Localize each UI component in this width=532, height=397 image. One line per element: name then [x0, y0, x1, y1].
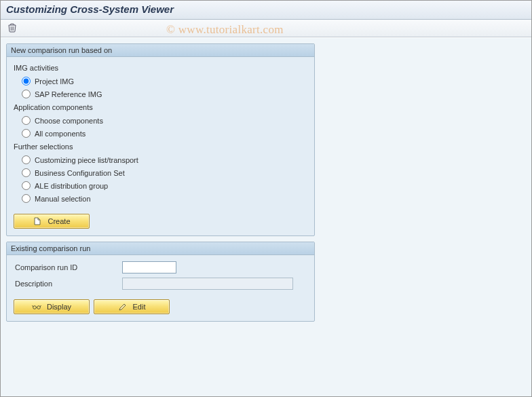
create-button-label: Create [48, 217, 70, 225]
run-id-input[interactable] [122, 261, 176, 273]
run-id-label: Comparison run ID [14, 263, 122, 271]
radio-all-components[interactable]: All components [14, 127, 307, 140]
run-id-row: Comparison run ID [14, 259, 307, 276]
description-input [122, 278, 293, 290]
pencil-icon [118, 302, 128, 311]
create-button[interactable]: Create [14, 214, 90, 229]
radio-choose-components-label: Choose components [35, 117, 103, 125]
radio-all-components-label: All components [35, 130, 86, 138]
radio-bc-set[interactable]: Business Configuration Set [14, 166, 307, 179]
radio-manual[interactable]: Manual selection [14, 192, 307, 205]
radio-manual-label: Manual selection [35, 195, 91, 203]
radio-project-img[interactable]: Project IMG [14, 75, 307, 88]
radio-project-img-label: Project IMG [35, 77, 74, 86]
group-label-further: Further selections [14, 143, 307, 151]
glasses-icon [32, 302, 41, 311]
radio-sap-ref-img-label: SAP Reference IMG [35, 90, 102, 98]
radio-piece-list[interactable]: Customizing piece list/transport [14, 153, 307, 166]
content-area: New comparison run based on IMG activiti… [1, 37, 531, 397]
display-button[interactable]: Display [14, 299, 90, 314]
radio-piece-list-input[interactable] [22, 155, 31, 164]
radio-ale-group-label: ALE distribution group [35, 182, 108, 190]
new-run-panel: New comparison run based on IMG activiti… [6, 43, 315, 236]
description-label: Description [14, 280, 122, 288]
svg-point-1 [37, 306, 41, 309]
description-row: Description [14, 276, 307, 292]
radio-bc-set-input[interactable] [22, 168, 31, 177]
radio-all-components-input[interactable] [22, 129, 31, 138]
radio-piece-list-label: Customizing piece list/transport [35, 156, 138, 164]
existing-run-panel-body: Comparison run ID Description [7, 255, 314, 296]
page-title-text: Customizing Cross-System Viewer [6, 3, 174, 15]
radio-ale-group[interactable]: ALE distribution group [14, 179, 307, 192]
radio-manual-input[interactable] [22, 194, 31, 203]
document-icon [33, 216, 42, 226]
page-title: Customizing Cross-System Viewer [1, 1, 531, 20]
new-run-panel-header: New comparison run based on [7, 44, 314, 57]
radio-bc-set-label: Business Configuration Set [35, 169, 125, 177]
display-button-label: Display [47, 303, 71, 311]
radio-project-img-input[interactable] [22, 77, 31, 86]
new-run-panel-body: IMG activities Project IMG SAP Reference… [7, 57, 314, 210]
toolbar [1, 20, 531, 37]
group-label-app-components: Application components [14, 103, 307, 111]
radio-sap-ref-img[interactable]: SAP Reference IMG [14, 88, 307, 100]
radio-ale-group-input[interactable] [22, 181, 31, 190]
existing-run-panel-header: Existing comparison run [7, 242, 314, 255]
trash-icon [7, 23, 17, 34]
edit-button[interactable]: Edit [94, 299, 170, 314]
new-run-button-row: Create [7, 210, 314, 235]
existing-run-button-row: Display Edit [7, 296, 314, 321]
delete-button[interactable] [5, 21, 20, 36]
radio-choose-components[interactable]: Choose components [14, 114, 307, 127]
existing-run-panel: Existing comparison run Comparison run I… [6, 242, 315, 322]
group-label-img-activities: IMG activities [14, 64, 307, 72]
radio-choose-components-input[interactable] [22, 116, 31, 125]
svg-point-0 [33, 306, 37, 309]
edit-button-label: Edit [133, 303, 146, 311]
radio-sap-ref-img-input[interactable] [22, 90, 31, 98]
